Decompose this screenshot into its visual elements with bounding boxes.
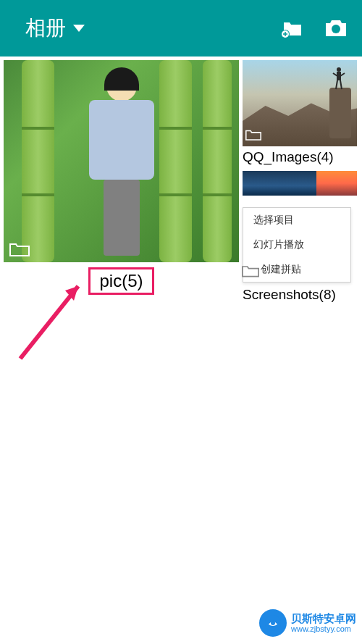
album-qq-images-label: QQ_Images(4): [243, 149, 357, 165]
menu-item-slideshow[interactable]: 幻灯片播放: [243, 233, 350, 257]
dropdown-arrow-icon: [73, 25, 85, 32]
qq-images-thumbnail: [243, 60, 357, 146]
album-pic[interactable]: [4, 60, 239, 262]
decorative-bamboo: [22, 60, 54, 262]
folder-icon: [9, 242, 30, 256]
decorative-person: [87, 71, 156, 259]
album-screenshots-thumbnail[interactable]: [243, 171, 357, 196]
albums-grid: pic(5): [0, 57, 362, 306]
album-pic-label: pic(5): [88, 267, 153, 295]
camera-icon[interactable]: [324, 19, 348, 38]
left-column: pic(5): [4, 60, 239, 303]
watermark-url: www.zjbstyy.com: [291, 624, 356, 633]
app-header: 相册: [0, 0, 362, 57]
add-folder-icon[interactable]: [281, 20, 303, 37]
svg-point-6: [271, 621, 275, 625]
album-pic-label-container: pic(5): [4, 267, 239, 295]
screenshot-thumb-2: [316, 171, 357, 196]
watermark-name: 贝斯特安卓网: [291, 613, 356, 625]
menu-item-select[interactable]: 选择项目: [243, 208, 350, 233]
album-screenshots-label: Screenshots(8): [243, 287, 357, 303]
header-actions: [281, 19, 348, 38]
decorative-bamboo: [203, 60, 232, 262]
svg-point-3: [337, 67, 341, 72]
watermark: 贝斯特安卓网 www.zjbstyy.com: [259, 609, 356, 637]
header-title-group[interactable]: 相册: [25, 14, 85, 42]
header-title: 相册: [25, 14, 66, 42]
album-qq-images[interactable]: QQ_Images(4): [243, 60, 357, 165]
menu-item-collage[interactable]: 创建拼贴: [243, 257, 350, 282]
svg-point-2: [332, 25, 340, 33]
right-column: QQ_Images(4) 选择项目 幻灯片播放 创建拼贴 Screenshots…: [243, 60, 357, 303]
context-menu: 选择项目 幻灯片播放 创建拼贴: [243, 207, 351, 283]
decorative-bamboo: [159, 60, 192, 262]
watermark-text: 贝斯特安卓网 www.zjbstyy.com: [291, 613, 356, 634]
folder-icon: [245, 129, 266, 143]
watermark-logo-icon: [259, 609, 287, 637]
folder-icon: [242, 264, 259, 277]
screenshot-thumb-1: [243, 171, 316, 196]
